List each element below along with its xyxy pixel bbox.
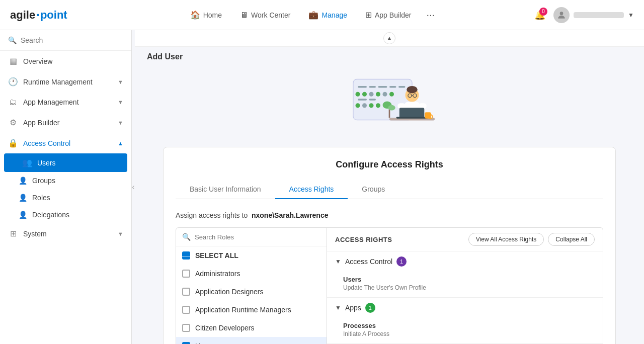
resize-arrow-icon: ‹ xyxy=(132,183,134,192)
overview-icon: ▦ xyxy=(8,56,18,66)
collapse-all-btn[interactable]: Collapse All xyxy=(548,233,595,246)
avatar xyxy=(553,7,570,23)
collapse-button[interactable]: ▲ xyxy=(383,32,395,44)
collapse-bar: ▲ xyxy=(135,30,644,47)
view-all-access-btn[interactable]: View All Access Rights xyxy=(468,233,544,246)
roles-search-input[interactable] xyxy=(195,233,320,241)
search-input[interactable] xyxy=(21,36,123,44)
main-layout: 🔍 ▦ Overview 🕐 Runtime Management ▼ 🗂 Ap… xyxy=(0,30,644,344)
section-access-control: ▼ Access Control 1 Users Update The User… xyxy=(327,251,603,298)
sidebar-item-access[interactable]: 🔒 Access Control ▲ xyxy=(0,133,131,153)
more-options[interactable]: ··· xyxy=(422,7,439,23)
svg-point-7 xyxy=(356,92,360,97)
access-right-users-desc: Update The User's Own Profile xyxy=(343,284,595,291)
section-apps-name: Apps xyxy=(345,304,361,312)
svg-rect-33 xyxy=(425,112,431,119)
section-access-control-header[interactable]: ▼ Access Control 1 xyxy=(327,251,603,272)
expand-access-icon: ▲ xyxy=(118,140,123,146)
sidebar-item-appbuilder-label: App Builder xyxy=(23,119,59,127)
sidebar-item-system[interactable]: ⊞ System ▼ xyxy=(0,223,131,244)
access-right-processes-name: Processes xyxy=(343,322,595,329)
selectall-checkbox[interactable]: — xyxy=(182,251,190,260)
folder-icon: 🗂 xyxy=(8,98,18,107)
users-checkbox[interactable] xyxy=(182,342,190,344)
wizard-title: Configure Access Rights xyxy=(176,159,603,170)
access-header: ACCESS RIGHTS View All Access Rights Col… xyxy=(327,228,603,251)
sidebar-subitem-roles[interactable]: 👤 Roles xyxy=(0,189,131,206)
logo-agile: agile xyxy=(10,9,35,22)
sidebar-item-appmanage[interactable]: 🗂 App Management ▼ xyxy=(0,92,131,112)
access-control-badge: 1 xyxy=(396,256,407,267)
sidebar-subitem-delegations[interactable]: 👤 Delegations xyxy=(0,206,131,223)
notification-button[interactable]: 🔔 0 xyxy=(534,10,545,21)
appdesigners-checkbox[interactable] xyxy=(182,288,190,296)
role-appdesigners[interactable]: Application Designers xyxy=(176,283,327,301)
citizens-checkbox[interactable] xyxy=(182,324,190,332)
role-runtimemgrs[interactable]: Application Runtime Managers xyxy=(176,301,327,319)
expand-system-icon: ▼ xyxy=(118,231,123,237)
sidebar-item-appbuilder[interactable]: ⚙ App Builder ▼ xyxy=(0,112,131,133)
user-info[interactable]: ▼ xyxy=(553,7,634,23)
content-area: ▲ Add User xyxy=(135,30,644,344)
role-runtimemgrs-label: Application Runtime Managers xyxy=(195,306,291,314)
apps-chevron-icon: ▼ xyxy=(335,304,341,311)
grid-icon: ⊞ xyxy=(365,10,372,20)
access-rights-panel: ACCESS RIGHTS View All Access Rights Col… xyxy=(327,228,603,344)
svg-rect-2 xyxy=(358,86,367,88)
roles-search: 🔍 xyxy=(176,228,327,246)
sidebar-item-overview[interactable]: ▦ Overview xyxy=(0,51,131,71)
page-inner: Add User xyxy=(135,45,644,344)
sidebar-subitem-users[interactable]: 👥 Users xyxy=(4,153,127,172)
role-citizens[interactable]: Citizen Developers xyxy=(176,319,327,337)
system-icon: ⊞ xyxy=(8,229,18,238)
tab-basic[interactable]: Basic User Information xyxy=(176,180,275,199)
apps-badge: 1 xyxy=(365,303,375,313)
roles-search-icon: 🔍 xyxy=(182,233,191,241)
sidebar-subitem-roles-label: Roles xyxy=(32,194,50,202)
runtimemgrs-checkbox[interactable] xyxy=(182,306,190,314)
svg-point-8 xyxy=(362,92,367,97)
admins-checkbox[interactable] xyxy=(182,270,190,278)
tab-access[interactable]: Access Rights xyxy=(275,180,348,199)
top-nav: agile·point 🏠 Home 🖥 Work Center 💼 Manag… xyxy=(0,0,644,30)
svg-rect-13 xyxy=(358,99,367,101)
role-select-all[interactable]: — SELECT ALL xyxy=(176,246,327,265)
groups-icon: 👤 xyxy=(18,177,27,185)
sidebar-item-runtime[interactable]: 🕐 Runtime Management ▼ xyxy=(0,71,131,92)
svg-point-10 xyxy=(376,92,380,97)
svg-rect-28 xyxy=(399,108,425,118)
logo-point: point xyxy=(40,9,67,22)
nav-appbuilder[interactable]: ⊞ App Builder xyxy=(358,6,418,24)
username-display xyxy=(574,12,624,18)
sidebar-item-access-label: Access Control xyxy=(23,139,70,147)
tab-groups[interactable]: Groups xyxy=(348,180,399,199)
chevron-down-icon: ▼ xyxy=(628,12,634,19)
search-icon: 🔍 xyxy=(8,36,17,44)
access-subitems: 👥 Users 👤 Groups 👤 Roles 👤 Delegations xyxy=(0,153,131,223)
sidebar-item-runtime-label: Runtime Management xyxy=(23,78,93,86)
nav-home[interactable]: 🏠 Home xyxy=(183,6,229,24)
svg-point-32 xyxy=(388,105,395,111)
section-apps-header[interactable]: ▼ Apps 1 xyxy=(327,298,603,318)
svg-rect-3 xyxy=(369,86,376,88)
role-administrators[interactable]: Administrators xyxy=(176,265,327,283)
wizard-tabs: Basic User Information Access Rights Gro… xyxy=(176,180,603,199)
nav-workcenter[interactable]: 🖥 Work Center xyxy=(233,7,297,24)
role-users[interactable]: Users xyxy=(176,337,327,344)
role-citizens-label: Citizen Developers xyxy=(195,324,255,332)
delegations-icon: 👤 xyxy=(18,211,27,219)
sidebar: 🔍 ▦ Overview 🕐 Runtime Management ▼ 🗂 Ap… xyxy=(0,30,132,344)
home-icon: 🏠 xyxy=(190,10,200,20)
nav-appbuilder-label: App Builder xyxy=(375,11,411,19)
section-apps: ▼ Apps 1 Processes Initiate A Process xyxy=(327,298,603,344)
svg-point-16 xyxy=(362,103,367,108)
role-users-label: Users xyxy=(195,342,214,344)
sidebar-subitem-groups[interactable]: 👤 Groups xyxy=(0,172,131,189)
gear-icon: ⚙ xyxy=(8,118,18,127)
svg-point-11 xyxy=(383,92,387,97)
svg-point-20 xyxy=(407,86,418,93)
nav-home-label: Home xyxy=(203,11,222,19)
access-right-users-name: Users xyxy=(343,276,595,283)
nav-manage[interactable]: 💼 Manage xyxy=(301,6,354,24)
section-access-control-body: Users Update The User's Own Profile xyxy=(327,272,603,297)
